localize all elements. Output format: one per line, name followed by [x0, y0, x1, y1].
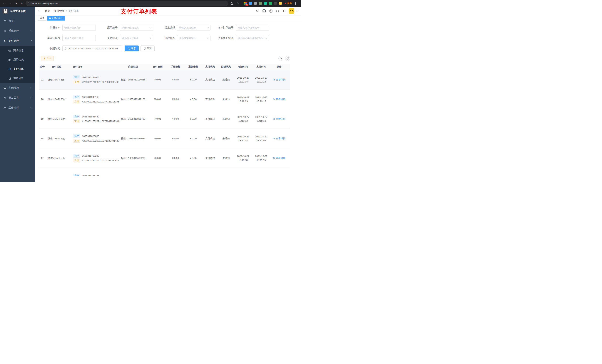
browser-update-button[interactable]: 更新 — [285, 2, 292, 5]
cell-pay-order: 商户1635311823086 支付4200001167202110271022… — [68, 133, 117, 144]
filter-label: 创建时间 — [46, 47, 62, 50]
user-avatar[interactable] — [289, 8, 294, 14]
toggle-search-button[interactable] — [279, 56, 283, 61]
pay-status-select[interactable]: 请选择支付状态 — [120, 35, 153, 41]
view-detail-link[interactable]: 查看详情 — [273, 117, 285, 121]
channel-code-select[interactable]: 请输入渠道编码 — [177, 25, 210, 31]
table-toolbar: 导出 — [41, 56, 290, 61]
browser-toolbar: ← → ⟳ ⌂ ⓘ localhost:1024/pay/order ☆ 10 … — [0, 0, 301, 7]
merchant-input[interactable]: 请选择所属商户 — [62, 25, 96, 31]
pay-tag: 支付 — [73, 119, 80, 123]
extension-icon-blue[interactable] — [249, 2, 252, 5]
cell-title: 标题：1635311823086 — [117, 137, 149, 140]
cell-paid: 2021-10-2713:19:15 — [252, 95, 270, 103]
bookmark-star-icon[interactable]: ☆ — [235, 1, 240, 6]
merchant-order-no-input[interactable]: 请输入商户订单编号 — [236, 25, 269, 31]
extension-icon-green-chat[interactable] — [269, 2, 272, 5]
share-icon[interactable] — [229, 1, 234, 6]
breadcrumb-section[interactable]: 支付管理 — [54, 9, 64, 13]
cell-refund: ¥ 0.00 — [184, 137, 202, 140]
filter-row-3: 创建时间 2021-10-01 00:00:00 - 2021-10-31 23… — [46, 45, 290, 52]
sidebar-item-label: 工作流程 — [9, 106, 19, 110]
sidebar-item-workflow[interactable]: 工作流程 — [0, 103, 35, 113]
view-detail-link[interactable]: 查看详情 — [273, 98, 285, 101]
cell-fee: ¥ 0.00 — [167, 98, 184, 101]
date-separator: - — [92, 47, 94, 50]
sidebar-item-app-info[interactable]: 应用信息 — [0, 55, 35, 64]
sidebar-item-system[interactable]: 系统管理 — [0, 26, 35, 36]
browser-home-button[interactable]: ⌂ — [20, 1, 24, 6]
site-info-icon[interactable]: ⓘ — [28, 2, 30, 5]
table-row: 19 微信 JSAPI 支付 商户1635311881440 支付4200001… — [39, 109, 290, 129]
cell-id: 19 — [39, 117, 45, 120]
browser-menu-button[interactable]: ⋮ — [293, 1, 298, 6]
create-time-range-input[interactable]: 2021-10-01 00:00:00 - 2021-10-31 23:59:5… — [62, 45, 122, 52]
sidebar-item-home[interactable]: 首页 — [0, 16, 35, 26]
filter-row-2: 渠道订单号 请输入渠道订单号 支付状态 请选择支付状态 退款状态 请选择退款状态 — [46, 35, 290, 41]
extension-icon-olive[interactable] — [259, 2, 262, 5]
export-button[interactable]: 导出 — [41, 56, 54, 61]
search-icon — [128, 47, 130, 50]
filter-label: 退款状态 — [161, 36, 177, 40]
sidebar-toggle-icon[interactable] — [38, 9, 42, 13]
breadcrumb-home[interactable]: 首页 — [45, 9, 50, 13]
refresh-table-button[interactable] — [285, 56, 290, 61]
refresh-icon — [143, 47, 146, 50]
cell-fee: ¥ 0.00 — [167, 117, 184, 120]
view-detail-link[interactable]: 查看详情 — [273, 137, 285, 140]
browser-back-button[interactable]: ← — [2, 1, 7, 6]
cell-created: 2021-10-2713:17:03 — [234, 135, 252, 142]
sidebar-item-refund-order[interactable]: 退款订单 — [0, 74, 35, 83]
extension-icon-gray[interactable] — [254, 2, 257, 5]
cell-refund: ¥ 0.00 — [184, 117, 202, 120]
browser-profile-avatar[interactable] — [279, 2, 282, 5]
cell-amount: ¥ 0.01 — [149, 137, 167, 140]
cell-notify: 未通知 — [218, 98, 234, 101]
view-detail-link[interactable]: 查看详情 — [273, 156, 285, 160]
cell-paid: 2021-10-2713:11:15 — [252, 154, 270, 162]
sidebar-menu: 首页 系统管理 ¥ 支付管理 — [0, 16, 35, 113]
extension-icon-dark-pin[interactable] — [274, 2, 277, 5]
tab-close-icon[interactable]: × — [62, 17, 63, 19]
merchant-tag: 商户 — [73, 115, 80, 118]
channel-order-no-input[interactable]: 请输入渠道订单号 — [62, 35, 96, 41]
avatar-caret-icon[interactable] — [297, 10, 298, 11]
cell-pay-order: 商户1635311881440 支付4200001173202110272847… — [68, 114, 117, 124]
sidebar-item-dev-tools[interactable]: 研发工具 — [0, 93, 35, 103]
extension-icon-colorful[interactable]: 10 — [244, 2, 247, 5]
table-row: 18 微信 JSAPI 支付 商户1635311823086 支付4200001… — [39, 129, 290, 148]
browser-forward-button[interactable]: → — [8, 1, 13, 6]
callback-status-select[interactable]: 请选择订单回调商户状态 — [236, 35, 269, 41]
fullscreen-icon[interactable] — [275, 9, 280, 13]
merchant-tag: 商户 — [73, 154, 80, 157]
sidebar-item-infrastructure[interactable]: 基础设施 — [0, 83, 35, 93]
filter-channel-order-no: 渠道订单号 请输入渠道订单号 — [46, 35, 96, 41]
search-icon — [273, 118, 275, 120]
filter-label: 商户订单编号 — [218, 26, 236, 29]
header-search-icon[interactable] — [256, 9, 259, 13]
search-button[interactable]: 搜索 — [125, 45, 139, 52]
reset-button[interactable]: 重置 — [140, 45, 155, 52]
sidebar-item-pay-order[interactable]: 支付订单 — [0, 64, 35, 74]
view-detail-link[interactable]: 查看详情 — [273, 78, 285, 81]
address-bar[interactable]: ⓘ localhost:1024/pay/order — [26, 1, 228, 6]
browser-reload-button[interactable]: ⟳ — [14, 1, 19, 6]
payment-submenu: 商户信息 应用信息 — [0, 46, 35, 83]
tab-home[interactable]: 首页 — [38, 16, 46, 21]
font-size-icon[interactable]: TT — [282, 9, 286, 13]
app-no-select[interactable]: 请选择应用信息 — [120, 25, 153, 31]
tab-pay-order[interactable]: 支付订单 × — [47, 16, 65, 21]
cell-title: 标题：1635311881439 — [117, 117, 149, 121]
cell-created: 2021-10-2713:18:02 — [234, 115, 252, 123]
chevron-down-icon — [31, 87, 32, 88]
chevron-down-icon — [150, 26, 151, 28]
cell-channel: 微信 JSAPI 支付 — [45, 98, 68, 101]
filter-label: 所属商户 — [46, 26, 62, 29]
github-icon[interactable] — [262, 9, 266, 13]
sidebar-item-merchant-info[interactable]: 商户信息 — [0, 46, 35, 55]
extension-icon-green-check[interactable] — [264, 2, 267, 5]
sidebar-item-payment[interactable]: ¥ 支付管理 — [0, 36, 35, 46]
refresh-icon — [286, 57, 289, 60]
help-icon[interactable]: ? — [269, 9, 273, 13]
refund-status-select[interactable]: 请选择退款状态 — [177, 35, 210, 41]
